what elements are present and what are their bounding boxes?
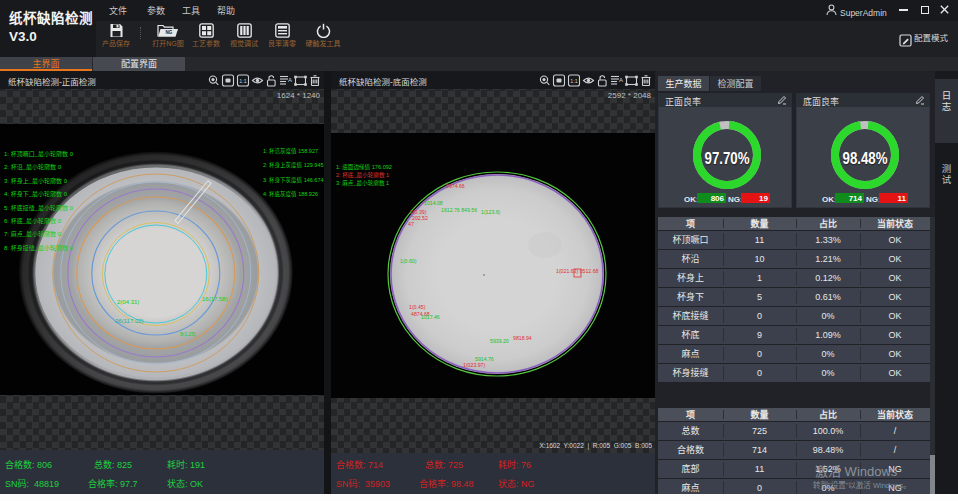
svg-text:1(123.6): 1(123.6) xyxy=(481,208,501,215)
svg-text:2: 杯沿_最小轮廓数 0: 2: 杯沿_最小轮廓数 0 xyxy=(4,162,62,171)
svg-text:9818.94: 9818.94 xyxy=(513,334,532,341)
svg-text:1: 杯沿灰度值 158.927: 1: 杯沿灰度值 158.927 xyxy=(263,147,318,155)
svg-text:1: 杯顶噘口_最小轮廓数 0: 1: 杯顶噘口_最小轮廓数 0 xyxy=(4,149,74,158)
svg-text:1(0.45): 1(0.45) xyxy=(409,303,426,310)
svg-text:A: A xyxy=(288,77,292,83)
svg-text:1(021.63) 0512.68: 1(021.63) 0512.68 xyxy=(556,267,599,274)
svg-text:3: 麻点_最小轮廓数 1: 3: 麻点_最小轮廓数 1 xyxy=(336,179,389,187)
svg-text:2: 杯身上灰度值 129.945: 2: 杯身上灰度值 129.945 xyxy=(263,161,324,169)
svg-text:8: 杯身接缝_最小轮廓数 0: 8: 杯身接缝_最小轮廓数 0 xyxy=(4,243,74,252)
svg-text:5939.20: 5939.20 xyxy=(490,337,509,344)
svg-text:A: A xyxy=(619,77,623,83)
svg-text:2: 杯底_最小轮廓数 1: 2: 杯底_最小轮廓数 1 xyxy=(336,171,389,179)
svg-text:202.52: 202.52 xyxy=(412,214,428,221)
svg-text:7: 麻点_最小轮廓数 0: 7: 麻点_最小轮廓数 0 xyxy=(4,229,62,238)
svg-text:4: 杯底灰度值 188.926: 4: 杯底灰度值 188.926 xyxy=(263,190,318,198)
svg-text:1014.08: 1014.08 xyxy=(424,199,443,206)
svg-text:1:1: 1:1 xyxy=(570,78,578,84)
svg-text:47: 47 xyxy=(408,220,414,227)
svg-text:16(17.58): 16(17.58) xyxy=(202,294,228,303)
svg-text:2(04.31): 2(04.31) xyxy=(117,297,139,306)
svg-text:1: 底面边缘值 176.092: 1: 底面边缘值 176.092 xyxy=(336,163,392,171)
svg-text:5: 杯底接缝_最小轮廓数 0: 5: 杯底接缝_最小轮廓数 0 xyxy=(4,203,74,212)
svg-text:4: 杯身下_最小轮廓数 0: 4: 杯身下_最小轮廓数 0 xyxy=(4,189,68,198)
svg-text:1017.46: 1017.46 xyxy=(421,313,440,320)
svg-text:1:1: 1:1 xyxy=(239,78,247,84)
svg-text:26(117.02): 26(117.02) xyxy=(115,316,144,325)
svg-text:1612.76 849.56: 1612.76 849.56 xyxy=(441,206,477,213)
svg-text:6: 杯底_最小轮廓数 0: 6: 杯底_最小轮廓数 0 xyxy=(4,216,62,225)
svg-text:NG: NG xyxy=(166,30,173,35)
svg-text:3: 杯身上_最小轮廓数 0: 3: 杯身上_最小轮廓数 0 xyxy=(4,176,68,185)
svg-text:1(0.60): 1(0.60) xyxy=(400,257,417,264)
svg-text:8(1.25): 8(1.25) xyxy=(180,330,196,337)
svg-text:5974.66: 5974.66 xyxy=(446,182,465,189)
svg-text:3: 杯身下灰度值 146.674: 3: 杯身下灰度值 146.674 xyxy=(263,176,324,184)
svg-text:1(023.97): 1(023.97) xyxy=(463,361,485,368)
